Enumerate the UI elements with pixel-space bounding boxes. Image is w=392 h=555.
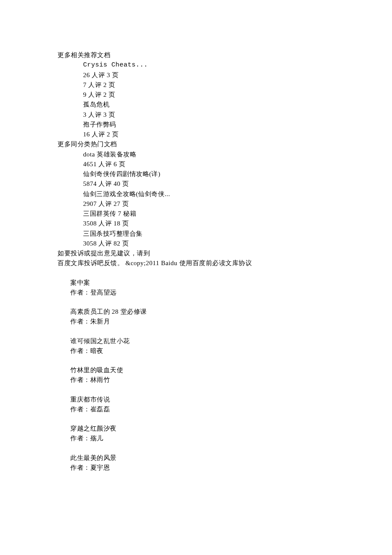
doc-item-title: 孤岛危机 <box>58 100 392 110</box>
book-author: 作者：登高望远 <box>58 288 392 298</box>
book-item: 谁可倾国之乱世小花 作者：暗夜 <box>58 336 392 356</box>
doc-item-meta: 3508 人评 18 页 <box>58 219 392 228</box>
book-author: 作者：林雨竹 <box>58 375 392 385</box>
doc-item-meta: 16 人评 2 页 <box>58 130 392 139</box>
doc-item-meta: 3 人评 3 页 <box>58 110 392 120</box>
footer-line-1: 如要投诉或提出意见建议，请到 <box>58 249 392 258</box>
book-title: 此生最美的风景 <box>58 453 392 463</box>
book-item: 穿越之红颜汐夜 作者：殇儿 <box>58 424 392 444</box>
book-item: 重庆都市传说 作者：崔磊磊 <box>58 395 392 415</box>
document-page: 更多相关推荐文档 Crysis Cheats... 26 人评 3 页 7 人评… <box>0 0 392 490</box>
doc-item-title: 仙剑三游戏全攻略(仙剑奇侠... <box>58 189 392 199</box>
book-title: 谁可倾国之乱世小花 <box>58 336 392 346</box>
doc-item-meta: 5874 人评 40 页 <box>58 179 392 189</box>
section2-title: 更多同分类热门文档 <box>58 139 392 149</box>
footer-line-2: 百度文库投诉吧反馈。 &copy;2011 Baidu 使用百度前必读文库协议 <box>58 258 392 268</box>
doc-item-title: 三国杀技巧整理合集 <box>58 229 392 239</box>
doc-item-title: Crysis Cheats... <box>58 60 392 70</box>
book-title: 高素质员工的 28 堂必修课 <box>58 307 392 317</box>
book-item: 竹林里的吸血天使 作者：林雨竹 <box>58 365 392 385</box>
doc-item-title: 仙剑奇侠传四剧情攻略(详) <box>58 169 392 179</box>
book-author: 作者：暗夜 <box>58 346 392 356</box>
book-title: 重庆都市传说 <box>58 395 392 405</box>
doc-item-meta: 26 人评 3 页 <box>58 70 392 80</box>
book-author: 作者：朱新月 <box>58 317 392 327</box>
doc-item-meta: 3058 人评 82 页 <box>58 239 392 249</box>
section1-title: 更多相关推荐文档 <box>58 50 392 60</box>
book-title: 竹林里的吸血天使 <box>58 365 392 375</box>
book-author: 作者：殇儿 <box>58 434 392 443</box>
doc-item-meta: 9 人评 2 页 <box>58 90 392 100</box>
doc-item-title: 孢子作弊码 <box>58 120 392 130</box>
book-item: 此生最美的风景 作者：夏宇恩 <box>58 453 392 473</box>
doc-item-meta: 4651 人评 6 页 <box>58 159 392 169</box>
doc-item-title: dota 英雄装备攻略 <box>58 150 392 159</box>
book-author: 作者：崔磊磊 <box>58 405 392 414</box>
book-author: 作者：夏宇恩 <box>58 463 392 473</box>
doc-item-meta: 2907 人评 27 页 <box>58 199 392 209</box>
book-title: 穿越之红颜汐夜 <box>58 424 392 434</box>
doc-item-title: 三国群英传 7 秘籍 <box>58 209 392 219</box>
book-title: 案中案 <box>58 278 392 288</box>
book-item: 案中案 作者：登高望远 <box>58 278 392 298</box>
book-item: 高素质员工的 28 堂必修课 作者：朱新月 <box>58 307 392 327</box>
doc-item-meta: 7 人评 2 页 <box>58 80 392 90</box>
